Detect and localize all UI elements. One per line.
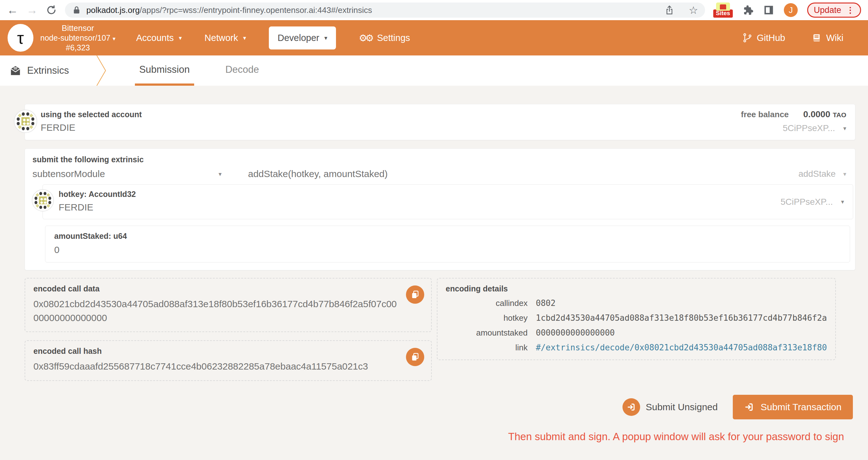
detail-label-callindex: callindex	[446, 298, 528, 308]
account-name: FERDIE	[41, 122, 846, 133]
url-host: polkadot.js.org	[86, 5, 140, 15]
detail-value-hotkey: 1cbd2d43530a44705ad088af313e18f80b53ef16…	[536, 313, 827, 323]
main-nav: Accounts▾ Network▾ Developer▾ ⚙⚙Settings	[136, 27, 410, 50]
method-select[interactable]: addStake ▾	[798, 169, 846, 179]
account-selector-card[interactable]: using the selected account FERDIE free b…	[25, 104, 856, 140]
caret-down-icon: ▾	[841, 198, 844, 205]
tab-submission[interactable]: Submission	[135, 56, 194, 86]
browser-chrome: ← → polkadot.js.org/apps/?rpc=wss://entr…	[0, 0, 868, 20]
header-external-links: GitHub Wiki	[742, 32, 843, 43]
browser-reload-icon[interactable]	[46, 5, 57, 15]
method-select-value: addStake	[798, 169, 836, 179]
detail-label-amountstaked: amountstaked	[446, 328, 528, 338]
github-link[interactable]: GitHub	[742, 32, 785, 43]
encoded-call-data-value: 0x08021cbd2d43530a44705ad088af313e18f80b…	[33, 297, 423, 325]
wiki-link[interactable]: Wiki	[812, 32, 843, 43]
tab-decode[interactable]: Decode	[221, 56, 264, 86]
account-address-short: 5CiPPseXP...	[783, 123, 835, 133]
free-balance-unit: TAO	[833, 111, 846, 119]
module-select[interactable]: subtensorModule ▾	[32, 169, 222, 179]
app-header: τ Bittensor node-subtensor/107 ▾ #6,323 …	[0, 20, 868, 56]
share-icon[interactable]	[665, 5, 674, 15]
encoded-call-data-box: encoded call data 0x08021cbd2d43530a4470…	[25, 278, 432, 332]
submit-unsigned-label: Submit Unsigned	[646, 402, 718, 413]
account-address-dropdown[interactable]: 5CiPPseXP... ▾	[741, 123, 846, 133]
hotkey-identicon[interactable]	[32, 189, 54, 212]
git-branch-icon	[742, 32, 752, 43]
caret-down-icon: ▾	[218, 170, 222, 178]
url-path: /apps/?rpc=wss://entrypoint-finney.opent…	[140, 5, 372, 15]
chain-name: Bittensor	[38, 23, 117, 33]
sites-extension-icon[interactable]: Sites	[713, 2, 733, 18]
account-identicon[interactable]	[13, 109, 37, 133]
copy-call-hash-button[interactable]	[406, 348, 424, 366]
caret-down-icon: ▾	[843, 125, 846, 132]
caret-down-icon: ▾	[179, 34, 182, 42]
detail-label-link: link	[446, 343, 528, 353]
encoded-call-hash-box: encoded call hash 0x83ff59cdaaafd2556877…	[25, 340, 432, 381]
encoded-section: encoded call data 0x08021cbd2d43530a4470…	[25, 278, 856, 381]
chain-caret-icon: ▾	[113, 36, 115, 42]
mail-icon	[9, 65, 22, 76]
param-hotkey-card[interactable]: hotkey: AccountId32 FERDIE 5CiPPseXP... …	[42, 184, 853, 219]
extensions-puzzle-icon[interactable]	[742, 4, 753, 16]
tab-bar: Extrinsics Submission Decode	[0, 56, 868, 86]
node-name: node-subtensor/107 ▾	[38, 33, 117, 43]
browser-menu-dots-icon[interactable]: ⋮	[846, 5, 855, 15]
account-field-label: using the selected account	[41, 110, 846, 119]
account-balance-block: free balance0.0000TAO 5CiPPseXP... ▾	[741, 109, 846, 133]
actions-row: Submit Unsigned Submit Transaction	[0, 395, 868, 419]
nav-settings[interactable]: ⚙⚙Settings	[359, 32, 410, 43]
extrinsics-page: using the selected account FERDIE free b…	[0, 86, 868, 443]
url-text: polkadot.js.org/apps/?rpc=wss://entrypoi…	[86, 5, 659, 15]
amount-param-label: amountStaked: u64	[54, 232, 841, 241]
hotkey-param-label: hotkey: AccountId32	[59, 190, 844, 199]
block-number: #6,323	[38, 43, 117, 53]
method-signature: addStake(hotkey, amountStaked)	[248, 169, 388, 179]
nav-accounts[interactable]: Accounts▾	[136, 33, 182, 43]
copy-call-data-button[interactable]	[406, 286, 424, 304]
decode-link[interactable]: #/extrinsics/decode/0x08021cbd2d43530a44…	[536, 343, 827, 352]
section-title: Extrinsics	[0, 56, 69, 86]
detail-value-amountstaked: 0000000000000000	[536, 328, 827, 337]
bittensor-logo[interactable]: τ	[7, 24, 33, 52]
nav-developer[interactable]: Developer▾	[269, 27, 336, 50]
browser-forward-icon[interactable]: →	[27, 4, 38, 16]
side-panel-icon[interactable]	[763, 4, 774, 16]
submit-transaction-label: Submit Transaction	[761, 402, 841, 413]
tau-glyph: τ	[17, 28, 24, 47]
free-balance-value: 0.0000	[803, 109, 831, 119]
nav-network[interactable]: Network▾	[205, 33, 246, 43]
caret-down-icon: ▾	[243, 34, 246, 42]
sign-in-icon	[622, 398, 640, 416]
extrinsic-field-label: submit the following extrinsic	[32, 155, 846, 164]
browser-profile-avatar[interactable]: J	[784, 3, 798, 17]
chain-selector[interactable]: Bittensor node-subtensor/107 ▾ #6,323	[38, 23, 117, 53]
tabs: Submission Decode	[135, 56, 264, 86]
browser-toolbar-icons: Sites J Update ⋮	[713, 2, 861, 18]
hotkey-param-value: FERDIE	[59, 202, 844, 213]
hotkey-address-short: 5CiPPseXP...	[780, 197, 833, 207]
chrome-update-button[interactable]: Update ⋮	[807, 2, 861, 18]
submit-unsigned-button[interactable]: Submit Unsigned	[622, 398, 718, 416]
chevron-divider	[94, 56, 108, 86]
gear-icon: ⚙⚙	[359, 32, 372, 43]
bookmark-star-icon[interactable]: ☆	[689, 5, 698, 15]
address-bar[interactable]: polkadot.js.org/apps/?rpc=wss://entrypoi…	[65, 2, 705, 18]
encoding-details-box: encoding details callindex 0802 hotkey 1…	[437, 278, 836, 360]
extrinsic-card: submit the following extrinsic subtensor…	[25, 149, 856, 270]
encoding-details-title: encoding details	[446, 284, 827, 293]
sites-extension-art	[716, 2, 730, 11]
sign-in-icon	[744, 402, 754, 412]
encoded-call-data-label: encoded call data	[33, 284, 423, 293]
browser-back-icon[interactable]: ←	[7, 4, 18, 16]
amount-input[interactable]	[54, 244, 802, 255]
hotkey-address-dropdown[interactable]: 5CiPPseXP... ▾	[780, 197, 844, 207]
update-label: Update	[814, 5, 841, 15]
caret-down-icon: ▾	[843, 170, 846, 178]
instruction-note: Then submit and sign. A popup window wil…	[0, 431, 868, 443]
detail-value-callindex: 0802	[536, 298, 827, 308]
module-select-value: subtensorModule	[32, 169, 105, 179]
param-amount-card: amountStaked: u64	[45, 226, 850, 262]
submit-transaction-button[interactable]: Submit Transaction	[733, 395, 853, 419]
